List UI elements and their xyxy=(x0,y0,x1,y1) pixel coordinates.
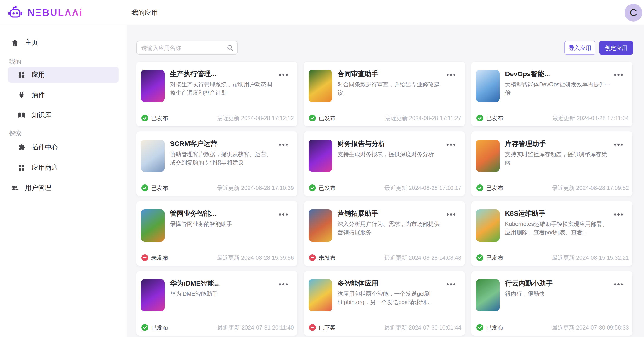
more-actions-icon[interactable] xyxy=(445,282,457,287)
sidebar-item-label: 应用商店 xyxy=(32,163,58,172)
card-footer: 已下架 最近更新 2024-07-30 10:01:44 xyxy=(304,324,465,332)
app-title: 行云内勤小助手 xyxy=(505,279,612,288)
search-icon[interactable] xyxy=(227,44,234,51)
app-card[interactable]: DevOps智能... 大模型智能体DevOps让研发效率再提升一倍 已发布 最… xyxy=(472,62,632,126)
updated-timestamp: 最近更新 2024-08-28 17:11:27 xyxy=(385,114,461,122)
more-actions-icon[interactable] xyxy=(445,72,457,77)
status-icon xyxy=(309,115,316,122)
app-card[interactable]: 行云内勤小助手 很内行，很勤快 已发布 最近更新 2024-07-30 09:5… xyxy=(472,271,632,336)
sidebar-item-home[interactable]: 主页 xyxy=(8,35,118,50)
status-badge: 已下架 xyxy=(309,324,336,331)
status-badge: 未发布 xyxy=(142,254,168,262)
sidebar-item-label: 主页 xyxy=(25,38,38,47)
import-app-button[interactable]: 导入应用 xyxy=(564,41,596,54)
create-app-button[interactable]: 创建应用 xyxy=(599,41,633,54)
more-actions-icon[interactable] xyxy=(278,212,289,217)
card-footer: 已发布 最近更新 2024-08-28 17:10:17 xyxy=(304,184,465,192)
card-footer: 已发布 最近更新 2024-08-28 17:11:27 xyxy=(304,114,465,122)
app-card[interactable]: 多智能体应用 这应用包括两个智能，一个发送get到httpbin.org，另一个… xyxy=(304,271,465,336)
app-card[interactable]: K8S运维助手 Kubernetes运维助手轻松实现应用部署、应用删除、查看po… xyxy=(472,201,632,266)
user-avatar[interactable]: C xyxy=(624,4,642,22)
updated-timestamp: 最近更新 2024-08-28 17:09:52 xyxy=(552,184,629,192)
app-card[interactable]: 合同审查助手 对合同条款进行审查，并给出专业修改建议 已发布 最近更新 2024… xyxy=(304,62,465,126)
page-title: 我的应用 xyxy=(132,8,158,17)
app-description: Kubernetes运维助手轻松实现应用部署、应用删除、查看pod列表、查看..… xyxy=(505,220,611,236)
app-card[interactable]: 生产执行管理... 对接生产执行管理系统，帮助用户动态调整生产调度和排产计划 已… xyxy=(136,62,298,126)
app-thumbnail xyxy=(308,140,332,172)
updated-timestamp: 最近更新 2024-08-28 17:10:39 xyxy=(217,184,294,192)
app-thumbnail xyxy=(476,210,500,242)
more-actions-icon[interactable] xyxy=(613,282,624,287)
app-thumbnail xyxy=(141,279,164,312)
more-actions-icon[interactable] xyxy=(613,212,624,217)
more-actions-icon[interactable] xyxy=(278,72,289,77)
app-grid: 生产执行管理... 对接生产执行管理系统，帮助用户动态调整生产调度和排产计划 已… xyxy=(136,62,632,336)
app-thumbnail xyxy=(476,279,500,312)
status-icon xyxy=(142,184,148,191)
status-icon xyxy=(476,184,483,191)
app-thumbnail xyxy=(308,70,332,102)
card-footer: 已发布 最近更新 2024-08-28 17:11:04 xyxy=(472,114,632,122)
apps-grid-icon xyxy=(18,71,26,79)
status-badge: 已发布 xyxy=(476,184,503,192)
app-description: 支持实时监控库存动态，提供调整库存策略 xyxy=(505,150,611,167)
app-description: 很内行，很勤快 xyxy=(505,290,611,298)
app-description: 最懂管网业务的智能助手 xyxy=(170,220,276,228)
app-description: 对接生产执行管理系统，帮助用户动态调整生产调度和排产计划 xyxy=(170,80,276,97)
sidebar-item-label: 插件 xyxy=(32,90,45,100)
updated-timestamp: 最近更新 2024-08-28 17:12:12 xyxy=(217,114,294,122)
app-card[interactable]: 华为iDME智能... 华为iDME智能助手 已发布 最近更新 2024-07-… xyxy=(136,271,298,336)
plug-icon xyxy=(18,91,26,99)
status-label: 已发布 xyxy=(486,184,503,192)
top-header: NΞBULΛΛi 我的应用 C xyxy=(0,0,644,26)
app-title: 多智能体应用 xyxy=(338,279,444,288)
sidebar-section-explore: 探索 xyxy=(0,130,127,137)
status-icon xyxy=(476,115,483,122)
sidebar-item-label: 用户管理 xyxy=(25,183,51,192)
status-icon xyxy=(142,254,148,261)
sidebar-item-app-store[interactable]: 应用商店 xyxy=(8,160,118,175)
app-title: 管网业务智能... xyxy=(170,209,276,218)
app-card[interactable]: 营销拓展助手 深入分析用户行为、需求，为市场部提供营销拓展服务 未发布 最近更新… xyxy=(304,201,465,266)
sidebar-item-knowledge[interactable]: 知识库 xyxy=(8,108,118,122)
status-icon xyxy=(476,254,483,261)
status-label: 已发布 xyxy=(319,114,336,122)
app-description: 华为iDME智能助手 xyxy=(170,290,276,298)
status-icon xyxy=(142,115,148,122)
card-footer: 已发布 最近更新 2024-08-28 17:12:12 xyxy=(136,114,298,122)
status-badge: 未发布 xyxy=(309,254,336,262)
status-label: 已发布 xyxy=(151,184,168,192)
card-footer: 未发布 最近更新 2024-08-28 14:08:48 xyxy=(304,254,465,262)
more-actions-icon[interactable] xyxy=(613,72,624,77)
app-card[interactable]: SCRM客户运营 协助管理客户数据，提供从获客、运营、成交到复购的专业指导和建议… xyxy=(136,132,298,196)
puzzle-icon xyxy=(18,144,26,152)
app-card[interactable]: 库存管理助手 支持实时监控库存动态，提供调整库存策略 已发布 最近更新 2024… xyxy=(472,132,632,196)
card-footer: 未发布 最近更新 2024-08-28 15:39:56 xyxy=(136,254,298,262)
status-label: 未发布 xyxy=(319,254,336,262)
status-label: 已发布 xyxy=(319,184,336,192)
sidebar-item-plugins[interactable]: 插件 xyxy=(8,88,118,102)
app-title: DevOps智能... xyxy=(505,69,612,79)
status-badge: 已发布 xyxy=(476,254,503,262)
brand-logo[interactable]: NΞBULΛΛi xyxy=(0,6,119,20)
more-actions-icon[interactable] xyxy=(278,142,289,147)
more-actions-icon[interactable] xyxy=(445,212,457,217)
app-card[interactable]: 财务报告与分析 支持生成财务报表，提供深度财务分析 已发布 最近更新 2024-… xyxy=(304,132,465,196)
sidebar-item-label: 插件中心 xyxy=(32,143,58,152)
sidebar-item-apps[interactable]: 应用 xyxy=(8,67,118,83)
sidebar-item-plugin-center[interactable]: 插件中心 xyxy=(8,140,118,155)
app-title: 华为iDME智能... xyxy=(170,279,276,288)
status-icon xyxy=(309,254,316,261)
more-actions-icon[interactable] xyxy=(278,282,289,287)
status-badge: 已发布 xyxy=(309,184,336,192)
app-title: 库存管理助手 xyxy=(505,139,612,148)
card-footer: 已发布 最近更新 2024-07-31 20:11:40 xyxy=(136,324,298,332)
app-thumbnail xyxy=(308,279,332,312)
sidebar-item-user-mgmt[interactable]: 用户管理 xyxy=(8,180,118,195)
search-input[interactable] xyxy=(137,45,227,51)
status-badge: 已发布 xyxy=(476,114,503,122)
more-actions-icon[interactable] xyxy=(613,142,624,147)
app-card[interactable]: 管网业务智能... 最懂管网业务的智能助手 未发布 最近更新 2024-08-2… xyxy=(136,201,298,266)
app-title: 生产执行管理... xyxy=(170,69,276,79)
more-actions-icon[interactable] xyxy=(445,142,457,147)
